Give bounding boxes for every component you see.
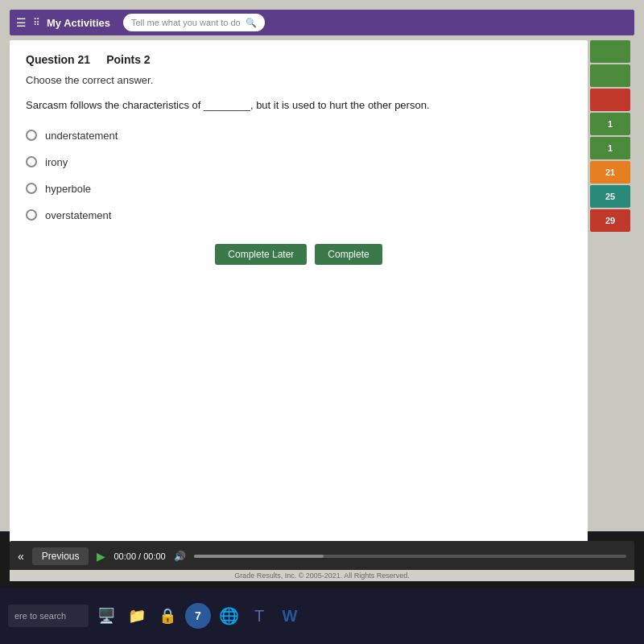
radio-understatement[interactable]: [26, 130, 37, 141]
taskbar-search-text: ere to search: [14, 611, 66, 621]
taskbar-monitor-icon[interactable]: 🖥️: [93, 603, 119, 629]
sidebar-item-8[interactable]: 29: [590, 209, 630, 232]
answer-option-4[interactable]: overstatement: [26, 209, 572, 221]
radio-hyperbole[interactable]: [26, 183, 37, 194]
answer-option-2[interactable]: irony: [26, 156, 572, 168]
progress-bar-fill: [194, 555, 324, 558]
question-points: Points 2: [106, 53, 150, 66]
bottom-nav: « Previous ▶ 00:00 / 00:00 🔊: [10, 541, 634, 572]
taskbar-lock-icon[interactable]: 🔒: [155, 603, 180, 629]
instruction-text: Choose the correct answer.: [26, 74, 572, 86]
main-content: Question 21 Points 2 Choose the correct …: [10, 40, 588, 564]
answer-option-1[interactable]: understatement: [26, 130, 572, 142]
progress-bar[interactable]: [194, 555, 626, 558]
taskbar: ere to search 🖥️ 📁 🔒 7 🌐 T W: [0, 588, 644, 644]
question-header: Question 21 Points 2: [26, 53, 572, 66]
taskbar-teams-icon[interactable]: T: [246, 603, 272, 629]
sidebar-item-3[interactable]: [590, 89, 630, 111]
taskbar-search[interactable]: ere to search: [8, 605, 89, 627]
action-buttons: Complete Later Complete: [26, 244, 572, 265]
answer-label-hyperbole: hyperbole: [45, 183, 91, 195]
answer-label-understatement: understatement: [45, 130, 118, 142]
complete-later-button[interactable]: Complete Later: [215, 244, 307, 265]
answer-options: understatement irony hyperbole overstate…: [26, 130, 572, 221]
activities-label[interactable]: My Activities: [47, 17, 110, 29]
play-button[interactable]: ▶: [97, 550, 105, 563]
radio-overstatement[interactable]: [26, 209, 37, 221]
complete-button[interactable]: Complete: [315, 244, 382, 265]
prev-arrows-icon: «: [18, 550, 24, 563]
answer-label-irony: irony: [45, 156, 68, 168]
sidebar-item-7[interactable]: 25: [590, 185, 630, 208]
answer-option-3[interactable]: hyperbole: [26, 183, 572, 195]
question-text: Sarcasm follows the characteristics of _…: [26, 97, 572, 114]
taskbar-word-icon[interactable]: W: [277, 603, 303, 629]
search-icon[interactable]: 🔍: [246, 18, 257, 28]
taskbar-seven-icon[interactable]: 7: [185, 603, 211, 629]
copyright-text: Grade Results, Inc. © 2005-2021. All Rig…: [234, 572, 410, 580]
menu-icon[interactable]: ☰: [16, 16, 27, 29]
previous-button[interactable]: Previous: [32, 547, 89, 565]
sidebar-item-2[interactable]: [590, 64, 630, 87]
sidebar-item-4[interactable]: 1: [590, 113, 630, 135]
sidebar-item-6[interactable]: 21: [590, 161, 630, 184]
taskbar-folder-icon[interactable]: 📁: [124, 603, 150, 629]
right-sidebar: 1 1 21 25 29: [590, 40, 634, 232]
radio-irony[interactable]: [26, 156, 37, 167]
search-bar[interactable]: Tell me what you want to do 🔍: [123, 14, 265, 31]
volume-icon[interactable]: 🔊: [174, 551, 186, 562]
search-placeholder: Tell me what you want to do: [131, 18, 241, 27]
copyright-bar: Grade Results, Inc. © 2005-2021. All Rig…: [10, 570, 634, 581]
time-display: 00:00 / 00:00: [114, 551, 165, 561]
logo-icon: ⠿: [33, 17, 40, 28]
taskbar-edge-icon[interactable]: 🌐: [216, 603, 242, 629]
answer-label-overstatement: overstatement: [45, 209, 111, 221]
question-number: Question 21: [26, 53, 90, 66]
sidebar-item-1[interactable]: [590, 40, 630, 63]
sidebar-item-5[interactable]: 1: [590, 137, 630, 159]
nav-bar: ☰ ⠿ My Activities Tell me what you want …: [10, 10, 634, 35]
